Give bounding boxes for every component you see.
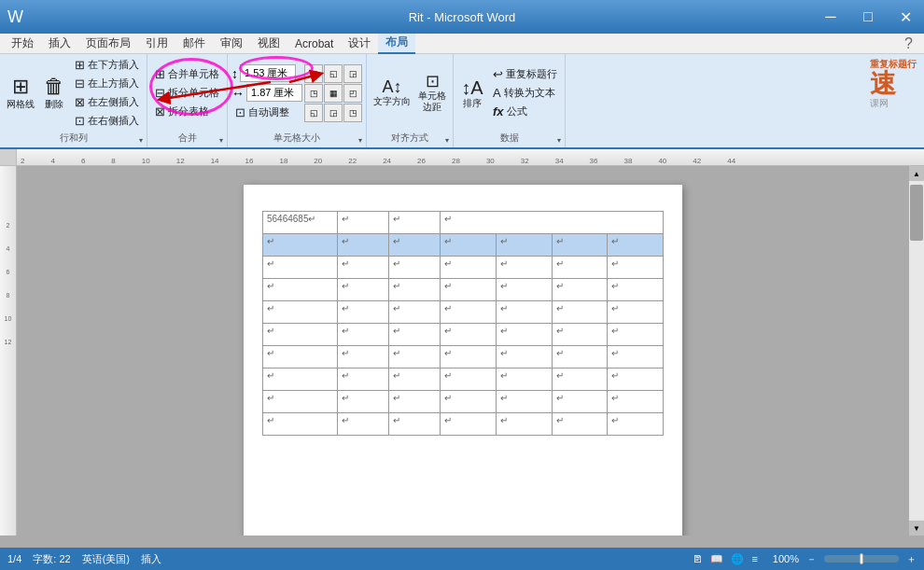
- table-cell[interactable]: ↵: [496, 301, 552, 324]
- menu-reference[interactable]: 引用: [138, 34, 175, 53]
- zoom-in[interactable]: ＋: [906, 552, 917, 566]
- doc-scroll[interactable]: 56464685↵ ↵ ↵ ↵ ↵ ↵ ↵ ↵ ↵ ↵ ↵: [17, 166, 909, 535]
- table-cell[interactable]: ↵: [338, 324, 389, 346]
- table-cell[interactable]: ↵: [608, 368, 664, 391]
- table-cell[interactable]: ↵: [389, 279, 441, 301]
- table-cell[interactable]: ↵: [552, 391, 608, 413]
- split-table-button[interactable]: ⊠拆分表格: [151, 103, 223, 120]
- align-mc[interactable]: ▦: [324, 84, 343, 103]
- table-cell[interactable]: ↵: [338, 368, 389, 391]
- table-cell[interactable]: ↵: [496, 279, 552, 301]
- table-cell[interactable]: ↵: [338, 413, 389, 436]
- align-tc[interactable]: ◱: [324, 64, 343, 83]
- view-outline[interactable]: ≡: [751, 553, 757, 564]
- table-cell[interactable]: ↵: [389, 301, 441, 324]
- auto-adjust-button[interactable]: ⊡自动调整: [231, 104, 302, 121]
- table-cell[interactable]: ↵: [552, 346, 608, 368]
- table-cell[interactable]: ↵: [552, 234, 608, 257]
- insert-below-button[interactable]: ⊞在下方插入: [71, 56, 143, 74]
- table-cell[interactable]: ↵: [608, 413, 664, 436]
- table-cell[interactable]: ↵: [263, 346, 338, 368]
- table-cell[interactable]: 56464685↵: [263, 212, 338, 234]
- menu-acrobat[interactable]: Acrobat: [287, 35, 341, 52]
- table-cell[interactable]: ↵: [338, 257, 389, 279]
- table-cell[interactable]: ↵: [263, 391, 338, 413]
- table-cell[interactable]: ↵: [263, 257, 338, 279]
- align-bl[interactable]: ◱: [304, 104, 323, 122]
- scroll-down-button[interactable]: ▼: [909, 521, 924, 535]
- table-cell[interactable]: ↵: [496, 324, 552, 346]
- table-cell[interactable]: ↵: [552, 257, 608, 279]
- table-cell[interactable]: ↵: [552, 301, 608, 324]
- align-bc[interactable]: ◲: [324, 104, 343, 122]
- width-input[interactable]: 1.87 厘米: [246, 84, 302, 102]
- table-cell[interactable]: ↵: [263, 234, 338, 257]
- minimize-button[interactable]: ─: [812, 0, 849, 34]
- split-cells-button[interactable]: ⊟拆分单元格: [151, 84, 223, 102]
- table-cell[interactable]: ↵: [263, 324, 338, 346]
- cell-margin-button[interactable]: ⊡ 单元格边距: [415, 71, 449, 116]
- menu-design[interactable]: 设计: [341, 34, 378, 53]
- align-br[interactable]: ◳: [343, 104, 362, 122]
- view-reading[interactable]: 📖: [710, 553, 723, 565]
- table-cell[interactable]: ↵: [389, 346, 441, 368]
- menu-review[interactable]: 审阅: [213, 34, 250, 53]
- scroll-up-button[interactable]: ▲: [909, 166, 924, 181]
- table-cell[interactable]: ↵: [496, 257, 552, 279]
- view-web[interactable]: 🌐: [731, 553, 744, 565]
- zoom-out[interactable]: －: [806, 552, 817, 566]
- zoom-slider[interactable]: [824, 555, 899, 563]
- table-cell[interactable]: ↵: [608, 234, 664, 257]
- menu-mail[interactable]: 邮件: [175, 34, 213, 53]
- table-cell[interactable]: ↵: [441, 346, 497, 368]
- table-cell[interactable]: ↵: [496, 368, 552, 391]
- table-cell[interactable]: ↵: [389, 234, 441, 257]
- grid-lines-button[interactable]: ⊞ 网格线: [4, 74, 37, 111]
- menu-view[interactable]: 视图: [250, 34, 287, 53]
- table-cell[interactable]: ↵: [338, 212, 389, 234]
- table-cell[interactable]: ↵: [608, 391, 664, 413]
- align-mr[interactable]: ◰: [343, 84, 362, 103]
- table-cell[interactable]: ↵: [263, 301, 338, 324]
- delete-button[interactable]: 🗑 删除: [39, 74, 69, 111]
- table-cell[interactable]: ↵: [552, 279, 608, 301]
- table-cell[interactable]: ↵: [496, 413, 552, 436]
- table-cell[interactable]: ↵: [608, 346, 664, 368]
- insert-above-button[interactable]: ⊟在上方插入: [71, 75, 143, 92]
- table-cell[interactable]: ↵: [441, 279, 497, 301]
- table-cell[interactable]: ↵: [389, 212, 441, 234]
- table-cell[interactable]: ↵: [608, 257, 664, 279]
- table-cell[interactable]: ↵: [552, 368, 608, 391]
- menu-start[interactable]: 开始: [4, 34, 41, 53]
- table-cell[interactable]: ↵: [496, 234, 552, 257]
- close-button[interactable]: ✕: [887, 0, 924, 34]
- table-cell[interactable]: ↵: [389, 368, 441, 391]
- insert-left-button[interactable]: ⊠在左侧插入: [71, 93, 143, 111]
- align-ml[interactable]: ◳: [304, 84, 323, 103]
- align-tl[interactable]: ◰: [304, 64, 323, 83]
- table-cell[interactable]: ↵: [608, 324, 664, 346]
- table-cell[interactable]: ↵: [441, 413, 497, 436]
- table-cell[interactable]: ↵: [441, 324, 497, 346]
- table-cell[interactable]: ↵: [441, 391, 497, 413]
- help-button[interactable]: ?: [904, 35, 913, 52]
- merge-cells-button[interactable]: ⊞合并单元格: [151, 65, 223, 83]
- formula-button[interactable]: fx公式: [489, 103, 561, 120]
- table-cell[interactable]: ↵: [263, 413, 338, 436]
- table-cell-merged[interactable]: ↵: [441, 212, 664, 234]
- table-cell[interactable]: ↵: [496, 391, 552, 413]
- table-cell[interactable]: ↵: [441, 368, 497, 391]
- insert-right-button[interactable]: ⊡在右侧插入: [71, 112, 143, 130]
- table-cell[interactable]: ↵: [389, 324, 441, 346]
- menu-layout[interactable]: 布局: [378, 33, 415, 54]
- zoom-handle[interactable]: [860, 553, 863, 564]
- table-cell[interactable]: ↵: [552, 324, 608, 346]
- table-cell[interactable]: ↵: [338, 391, 389, 413]
- menu-page-layout[interactable]: 页面布局: [78, 34, 138, 53]
- table-cell[interactable]: ↵: [441, 234, 497, 257]
- table-cell[interactable]: ↵: [338, 234, 389, 257]
- table-cell[interactable]: ↵: [552, 413, 608, 436]
- table-cell[interactable]: ↵: [338, 301, 389, 324]
- table-cell[interactable]: ↵: [338, 279, 389, 301]
- table-cell[interactable]: ↵: [338, 346, 389, 368]
